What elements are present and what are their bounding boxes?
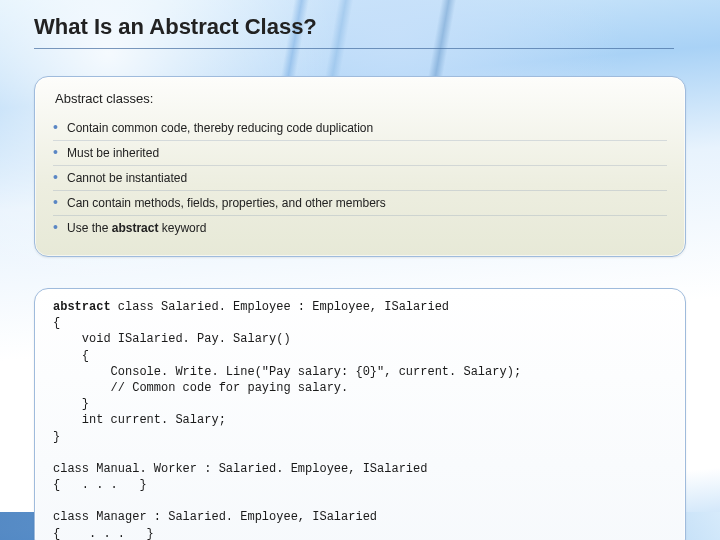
code-line: int current. Salary; bbox=[53, 413, 226, 427]
bullet-text: Use the bbox=[67, 221, 112, 235]
bullet-item: Use the abstract keyword bbox=[53, 215, 667, 240]
code-line: } bbox=[53, 397, 89, 411]
bullet-item: Can contain methods, fields, properties,… bbox=[53, 190, 667, 215]
code-line: } bbox=[53, 430, 60, 444]
info-card: Abstract classes: Contain common code, t… bbox=[34, 76, 686, 257]
page-title: What Is an Abstract Class? bbox=[34, 14, 674, 49]
code-card: abstract class Salaried. Employee : Empl… bbox=[34, 288, 686, 540]
bullet-item: Cannot be instantiated bbox=[53, 165, 667, 190]
code-line: { bbox=[53, 349, 89, 363]
code-line: { . . . } bbox=[53, 527, 154, 540]
bullet-item: Must be inherited bbox=[53, 140, 667, 165]
bullet-text: keyword bbox=[158, 221, 206, 235]
code-line: // Common code for paying salary. bbox=[53, 381, 348, 395]
info-lead: Abstract classes: bbox=[55, 91, 667, 106]
code-line: class Manual. Worker : Salaried. Employe… bbox=[53, 462, 427, 476]
code-line: Console. Write. Line("Pay salary: {0}", … bbox=[53, 365, 521, 379]
code-line: { . . . } bbox=[53, 478, 147, 492]
bullet-keyword: abstract bbox=[112, 221, 159, 235]
code-line: { bbox=[53, 316, 60, 330]
code-line: void ISalaried. Pay. Salary() bbox=[53, 332, 291, 346]
code-line: class Manager : Salaried. Employee, ISal… bbox=[53, 510, 377, 524]
code-keyword: abstract bbox=[53, 300, 111, 314]
code-line: class Salaried. Employee : Employee, ISa… bbox=[111, 300, 449, 314]
bullet-item: Contain common code, thereby reducing co… bbox=[53, 116, 667, 140]
bullet-list: Contain common code, thereby reducing co… bbox=[53, 116, 667, 240]
